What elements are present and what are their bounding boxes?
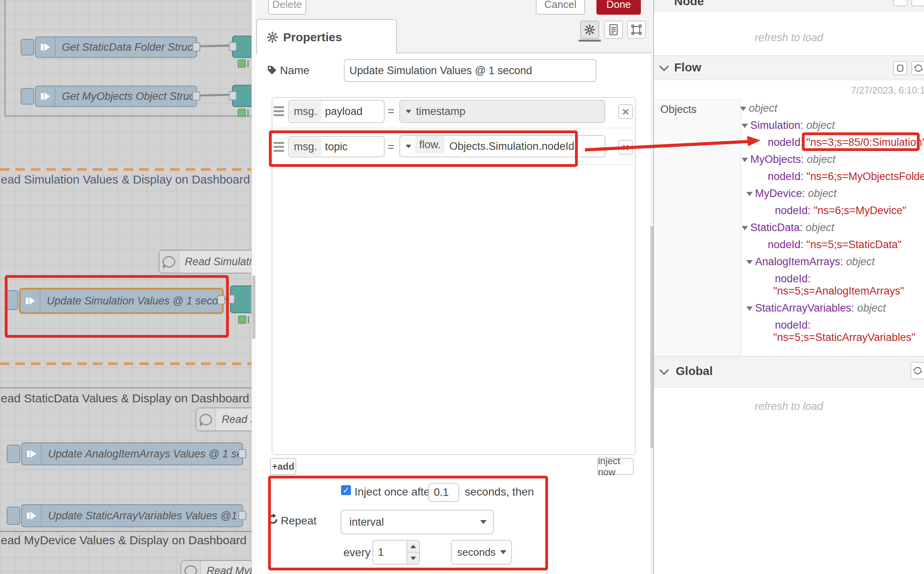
global-refresh-button[interactable] [911,362,924,379]
dialog-scrollbar-thumb[interactable] [650,226,653,448]
tree-collapse-icon[interactable] [746,260,753,264]
tree-collapse-icon[interactable] [746,306,753,311]
comment-label: Read S [216,413,256,426]
flow-copy-button[interactable] [893,61,907,75]
tree-key: nodeId: [775,205,814,216]
done-label: Done [606,0,631,11]
tree-collapse-icon[interactable] [742,124,748,128]
add-property-button[interactable]: +add [270,458,296,475]
node-copy-button[interactable] [893,0,907,6]
stepper-buttons[interactable] [406,541,419,564]
comment-node[interactable]: Read Simulation [159,250,256,274]
tree-line[interactable]: nodeId: [775,319,811,331]
inject-button[interactable] [5,290,18,310]
tree-collapse-icon[interactable] [742,226,748,230]
interval-value-stepper[interactable]: 1 [372,540,420,564]
tree-type: object [857,302,886,314]
chevron-down-icon[interactable] [659,61,669,71]
cancel-button[interactable]: Cancel [536,0,585,15]
node-label: Update StaticArrayVariables Values @1 se… [42,509,242,522]
inject-button[interactable] [21,39,34,55]
tree-line[interactable]: AnalogItemArrays: object [746,256,875,268]
comment-node[interactable]: Read MyD [180,560,256,574]
repeat-label: Repeat [281,515,316,527]
node-refresh-button[interactable] [911,0,924,6]
canvas-scrollbar-thumb[interactable] [252,276,255,339]
inject-now-button[interactable]: inject now [597,458,634,475]
tree-line[interactable]: nodeId: [775,273,811,285]
node-input-port[interactable] [229,91,237,100]
chevron-down-icon[interactable] [406,145,411,148]
row-drag-handle[interactable] [274,142,284,152]
speech-bubble-icon [181,561,201,574]
node-input-port[interactable] [229,42,237,51]
tree-line[interactable]: nodeId: "ns=5;s=StaticData" [768,239,901,251]
document-icon [608,24,619,35]
tree-collapse-icon[interactable] [746,192,753,196]
inject-once-delay-input[interactable]: 0.1 [428,483,459,502]
tab-properties[interactable]: Properties [256,19,397,54]
section-header-global[interactable]: Global [654,356,924,388]
tree-key: nodeId: [768,239,807,251]
tree-line[interactable]: nodeId: "ns=6;s=MyObjectsFolder" [768,170,924,183]
inject-button[interactable] [21,88,34,105]
inject-node[interactable]: Get StaticData Folder Structure ¹ [35,36,197,58]
node-output-port[interactable] [192,92,200,101]
interval-unit-select[interactable]: seconds [451,540,512,564]
delete-row-button[interactable]: × [618,140,633,155]
tree-line[interactable]: object [740,102,777,115]
flow-refresh-button[interactable] [911,61,924,75]
equals-sign: = [388,141,394,153]
tree-line[interactable]: "ns=5;s=StaticArrayVariables" [773,331,915,344]
delete-row-button[interactable]: × [618,104,633,119]
tree-line[interactable]: MyDevice: object [746,188,837,200]
row-drag-handle[interactable] [274,106,284,117]
section-header-node[interactable]: Node [654,0,924,11]
value-input-timestamp[interactable]: timestamp [399,100,605,123]
node-output-port[interactable] [192,42,200,52]
node-output-port[interactable] [217,295,225,304]
tree-line[interactable]: Simulation: object [742,119,835,132]
node-output-port[interactable] [238,511,246,520]
properties-view-button[interactable] [580,21,599,39]
inject-node[interactable]: Update AnalogItemArrays Values @ 1 secon… [21,442,243,465]
tree-line[interactable]: StaticArrayVariables: object [746,302,886,314]
inject-node[interactable]: Get MyObjects Object Structure ¹ [35,86,197,107]
tree-collapse-icon[interactable] [742,158,748,162]
prop-input-payload[interactable]: msg. payload [288,100,385,123]
flow-canvas[interactable]: ead Simulation Values & Display on Dashb… [0,0,256,574]
comment-node[interactable]: Read S [196,408,256,431]
value-input-flow-context[interactable]: flow. Objects.Simulation.nodeId [399,135,606,157]
tree-line[interactable]: MyObjects: object [742,153,836,166]
chevron-down-icon[interactable] [659,365,669,375]
step-down-icon[interactable] [407,552,419,564]
inject-button[interactable] [7,507,20,525]
flow-refresh-timestamp: 7/27/2023, 6:10:12 AM [851,85,924,96]
delete-button[interactable]: Delete [268,0,306,15]
chevron-down-icon[interactable] [406,110,411,113]
inject-node[interactable]: Update StaticArrayVariables Values @1 se… [21,504,243,527]
node-input-port[interactable] [227,295,235,304]
chevron-down-icon [480,520,487,524]
speech-bubble-icon [159,251,179,273]
inject-node[interactable]: Update Simulation Values @ 1 second ↻ [19,288,224,314]
node-status-text: I [247,58,249,69]
appearance-view-button[interactable] [627,21,646,39]
tree-line[interactable]: nodeId: "ns=3;s=85/0:Simulation" [768,136,924,149]
tree-line[interactable]: "ns=5;s=AnalogItemArrays" [773,285,904,297]
tree-line[interactable]: nodeId: "ns=6;s=MyDevice" [775,205,906,217]
inject-once-suffix: seconds, then [465,486,534,498]
name-input[interactable]: Update Simulation Values @ 1 second [344,59,596,82]
description-view-button[interactable] [604,21,623,39]
prop-input-topic[interactable]: msg. topic [288,136,385,157]
tree-line[interactable]: StaticData: object [742,222,834,234]
section-header-flow[interactable]: Flow [654,55,924,80]
step-up-icon[interactable] [407,541,419,552]
tree-collapse-icon[interactable] [740,107,746,111]
row-divider [275,164,634,165]
repeat-select[interactable]: interval [341,510,494,534]
node-output-port[interactable] [238,449,246,458]
inject-once-checkbox[interactable]: ✓ [341,485,351,495]
done-button[interactable]: Done [596,0,641,15]
inject-button[interactable] [7,445,20,463]
